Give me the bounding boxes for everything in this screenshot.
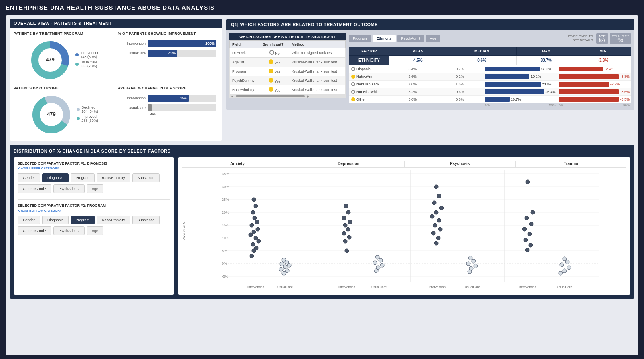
f2-btn-psychadmit[interactable]: PsychAdmit?	[53, 226, 85, 235]
nonhispblack-median: 1.5%	[436, 82, 484, 86]
dot	[287, 263, 291, 267]
f1-btn-chroniccond[interactable]: ChronicCond?	[18, 184, 51, 193]
factor-tabs: Program Ethnicity PsychAdmit Age HOVER O…	[349, 33, 631, 44]
ae-boxes: AGEf(x) ETHNICITYf(x)	[596, 33, 631, 44]
f2-btn-chroniccond[interactable]: ChronicCond?	[18, 226, 51, 235]
nonhispblack-max-bar: 23.8%	[483, 82, 557, 87]
dot	[347, 235, 351, 239]
tab-program[interactable]: Program	[349, 35, 371, 42]
right-panel: Q1| WHICH FACTORS ARE RELATED TO TREATME…	[226, 19, 634, 141]
min-axis-labels: 0% 50%	[557, 103, 631, 107]
ethnicity-median: 0.6%	[447, 56, 517, 65]
scatter-svg: 35% 30% 25% 20% 15% 10%	[194, 170, 626, 290]
dot	[559, 271, 563, 275]
page-title: ENTERPRISE DNA HEALTH-SUBSTANCE ABUSE DA…	[6, 4, 638, 11]
dot	[257, 239, 261, 243]
nonhispblack-min-val: -2.7%	[610, 82, 620, 86]
max-axis-0: 0%	[485, 103, 490, 107]
dot	[528, 232, 532, 236]
nonhispwhite-min-bar-fill	[559, 89, 619, 94]
dot	[437, 218, 441, 222]
dot	[342, 231, 346, 235]
divider	[18, 199, 170, 200]
dot	[438, 227, 442, 231]
ethnicity-mean: 4.5%	[389, 56, 447, 65]
ethnicity-summary-row: ETHNICITY 4.5% 0.6% 30.7% -3.8%	[349, 56, 631, 65]
f1-btn-diagnosis[interactable]: Diagnosis	[42, 173, 69, 182]
nonhispwhite-max-bar-fill	[485, 89, 544, 94]
dot	[525, 248, 529, 252]
cat-anxiety: Anxiety	[182, 161, 293, 167]
dot	[432, 201, 436, 205]
dla-bars: Intervention 15% UsualCare	[118, 93, 218, 116]
dot-ageCat	[269, 59, 273, 64]
f2-btn-program[interactable]: Program	[71, 216, 95, 224]
sig-sig-dlaDelta: No	[260, 48, 289, 58]
nonhispblack-label: NonHispBlack	[349, 82, 389, 86]
tab-ethnicity[interactable]: Ethnicity	[373, 35, 396, 42]
sig-table-title: WHICH FACTORS ARE STATISTICALLY SIGNIFIC…	[229, 33, 346, 40]
nonhispblack-dot	[351, 82, 355, 86]
legend-declined: Declined164 (34%)	[77, 105, 98, 113]
dot	[466, 262, 470, 266]
sig-row-program: Program Yes Kruskal-Wallis rank sum test	[230, 67, 346, 76]
tab-psychadmit[interactable]: PsychAdmit	[397, 35, 425, 42]
sig-field-ageCat: AgeCat	[230, 58, 260, 67]
bar-value-usualcare: 43%	[168, 51, 176, 55]
nonhispblack-min-bar: -2.7%	[557, 82, 631, 87]
f1-btn-psychadmit[interactable]: PsychAdmit?	[53, 184, 85, 193]
outcome-title: PATIENTS BY OUTCOME	[14, 86, 114, 90]
f2-btn-age[interactable]: Age	[87, 226, 103, 235]
sig-table-scrollbar[interactable]: ◄ ►	[229, 95, 346, 98]
dla-fill-usualcare	[148, 104, 152, 111]
dot	[472, 259, 476, 263]
dot	[346, 227, 350, 231]
f2-btn-substance[interactable]: Substance	[132, 216, 160, 224]
outcome-donut-container: 479 Declined164 (34%) Improved288 (60%)	[14, 93, 114, 137]
legend-improved: Improved288 (60%)	[77, 115, 98, 123]
f1-btn-race-ethnicity[interactable]: Race/Ethnicity	[97, 173, 130, 182]
dla-label-usualcare: UsualCare	[120, 106, 148, 110]
treatment-donut-svg: 479	[28, 38, 72, 82]
treatment-chart-title: PATIENTS BY TREATMENT PROGRAM	[14, 32, 114, 36]
f1-btn-program[interactable]: Program	[71, 173, 95, 182]
dla-bg-usualcare: -0%	[148, 104, 216, 111]
scatter-with-y-axis: AVG % CHG 35% 30% 25%	[182, 170, 626, 291]
ethnicity-box: ETHNICITYf(x)	[610, 33, 631, 44]
dla-bg-intervention: 15%	[148, 95, 216, 102]
f2-btn-diagnosis[interactable]: Diagnosis	[42, 216, 69, 224]
dot	[249, 233, 253, 237]
x-label-depression-intervention: Intervention	[338, 285, 355, 289]
other-max-bar-fill	[485, 97, 510, 102]
f2-btn-gender[interactable]: Gender	[18, 216, 40, 224]
hispanic-dot	[351, 67, 355, 71]
dot	[436, 236, 440, 240]
usualcare-color-dot	[75, 63, 79, 66]
dla-fill-intervention: 15%	[148, 95, 189, 102]
top-section: OVERALL VIEW - PATIENTS & TREATMENT PATI…	[10, 19, 634, 141]
main-content: OVERALL VIEW - PATIENTS & TREATMENT PATI…	[6, 15, 638, 355]
cat-depression: Depression	[293, 161, 404, 167]
dot	[283, 265, 287, 269]
f1-btn-gender[interactable]: Gender	[18, 173, 40, 182]
q1-header: Q1| WHICH FACTORS ARE RELATED TO TREATME…	[226, 19, 634, 30]
dot	[345, 249, 349, 253]
f1-btn-substance[interactable]: Substance	[132, 173, 160, 182]
svg-text:35%: 35%	[222, 172, 229, 176]
row-nonhispwhite: NonHispWhite 5.2% 0.6% 25.4% -3.6%	[349, 88, 631, 96]
dla-bar-usualcare: UsualCare -0%	[120, 104, 216, 111]
dot	[529, 243, 533, 247]
row-nonhispblack: NonHispBlack 7.0% 1.5% 23.8% -2.7%	[349, 81, 631, 88]
col-factor: FACTOR	[349, 47, 389, 56]
dot	[529, 222, 533, 226]
f1-btn-age[interactable]: Age	[87, 184, 103, 193]
tab-age[interactable]: Age	[426, 35, 440, 42]
nonhispblack-mean: 7.0%	[389, 82, 436, 86]
max-axis-50: 50%	[549, 103, 556, 107]
scroll-left-arrow: ◄	[230, 94, 234, 99]
usualcare-label: UsualCare336 (70%)	[80, 60, 97, 68]
sig-col-method: Method	[289, 41, 346, 48]
nonhispwhite-mean: 5.2%	[389, 90, 436, 94]
dot	[375, 255, 379, 259]
f2-btn-race-ethnicity[interactable]: Race/Ethnicity	[97, 216, 130, 224]
